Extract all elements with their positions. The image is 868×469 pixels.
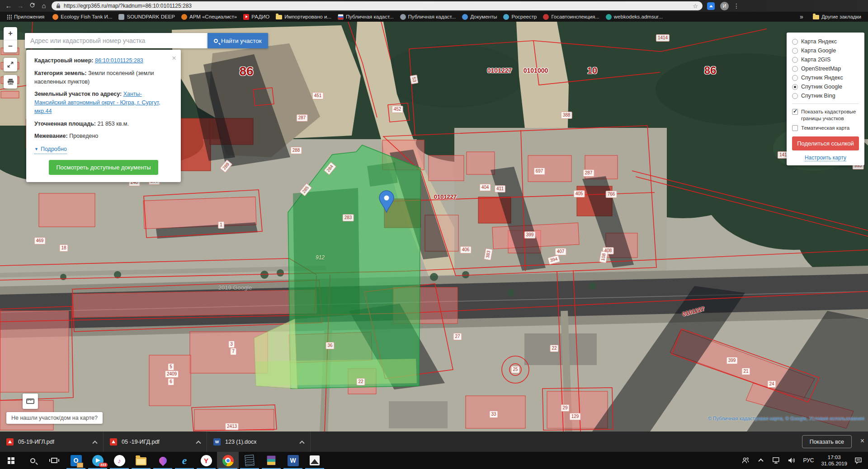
map-layer-option[interactable]: Карта Google: [792, 46, 859, 55]
bookmark-item[interactable]: Ecology Fish Tank И...: [49, 14, 115, 20]
notifications-icon[interactable]: [851, 452, 866, 469]
map-layer-checkbox[interactable]: Тематическая карта: [792, 123, 859, 133]
taskbar-internet-explorer[interactable]: e: [174, 452, 195, 469]
map-layer-option[interactable]: Карта 2GIS: [792, 55, 859, 64]
download-item[interactable]: 05 -19-ИГД.pdf: [104, 431, 207, 452]
bookmarks-overflow-icon[interactable]: »: [800, 13, 803, 20]
radio-icon: [792, 93, 798, 99]
google-watermark: 2019 Google: [218, 284, 252, 291]
find-parcel-button[interactable]: Найти участок: [208, 33, 268, 48]
configure-map-link[interactable]: Настроить карту: [792, 155, 859, 161]
bookmark-item[interactable]: Импортировано и...: [273, 14, 335, 19]
area-row: Уточненная площадь: 21 853 кв.м.: [34, 120, 173, 128]
close-icon[interactable]: ×: [172, 52, 176, 64]
measure-button[interactable]: [23, 394, 38, 409]
map-layer-option[interactable]: OpenStreetMap: [792, 64, 859, 73]
radio-icon: [792, 48, 798, 54]
profile-avatar[interactable]: И: [720, 2, 729, 10]
radio-icon: [792, 84, 798, 90]
network-icon[interactable]: [769, 452, 784, 469]
taskbar-outlook[interactable]: O: [65, 452, 87, 469]
address-bar[interactable]: https://egrp365.ru/map/?kadnum=86:10:010…: [52, 1, 703, 10]
taskbar-itunes[interactable]: ♪: [108, 452, 130, 469]
address-row: Земельный участок по адресу: Ханты-Манси…: [34, 90, 173, 115]
print-button[interactable]: [4, 75, 17, 89]
bookmark-favicon: [243, 14, 249, 20]
show-all-downloads-button[interactable]: Показать все: [802, 435, 852, 448]
language-indicator[interactable]: РУС: [799, 457, 817, 464]
zoom-in-button[interactable]: +: [4, 27, 17, 40]
not-found-tooltip[interactable]: Не нашли участок/дом на карте?: [6, 412, 103, 424]
close-downloads-icon[interactable]: ×: [860, 437, 864, 445]
start-button[interactable]: [0, 452, 22, 469]
forward-icon[interactable]: →: [14, 0, 26, 12]
map-layer-checkbox[interactable]: Показать кадастровые границы участков: [792, 107, 859, 123]
bookmark-item[interactable]: Публичная кадаст...: [335, 14, 397, 20]
pdf-file-icon: [6, 438, 14, 446]
apps-button[interactable]: Приложения: [4, 14, 47, 19]
details-link[interactable]: ▼ Подробно: [34, 145, 67, 154]
bookmark-star-icon[interactable]: ☆: [693, 3, 698, 9]
other-bookmarks-button[interactable]: Другие закладки: [810, 14, 864, 19]
expand-icon: [7, 61, 14, 68]
taskbar-explorer[interactable]: [130, 452, 152, 469]
search-input[interactable]: [25, 33, 208, 48]
bookmark-item[interactable]: Госавтоинспекция...: [540, 14, 602, 20]
back-icon[interactable]: ←: [3, 0, 14, 12]
browser-menu-icon[interactable]: ⋮: [733, 2, 740, 9]
parcel-info-panel: × Кадастровый номер: 86:10:0101125:283 К…: [26, 50, 181, 182]
bookmark-item[interactable]: webkodeks.admsur...: [603, 14, 666, 20]
word-icon: W: [288, 455, 299, 466]
bookmark-item[interactable]: РАДИО: [240, 14, 273, 20]
taskbar-photos[interactable]: [304, 452, 326, 469]
task-view-button[interactable]: [43, 452, 65, 469]
zoom-out-button[interactable]: −: [4, 40, 17, 52]
bookmark-item[interactable]: Росреестр: [500, 14, 540, 20]
taskbar-search-button[interactable]: [22, 452, 43, 469]
map-attribution[interactable]: © Публичная кадастровая карта, © Google,…: [708, 416, 864, 421]
map-layer-option[interactable]: Спутник Google: [792, 82, 859, 91]
taskbar-telegram[interactable]: 333: [87, 452, 108, 469]
bookmark-favicon: [503, 14, 509, 20]
system-tray: РУС 17:03 31.05.2019: [738, 452, 868, 469]
map-viewport[interactable]: 2942402964691814515345228728828928428528…: [0, 22, 868, 431]
bookmark-item[interactable]: SOUNDPARK DEEP: [115, 14, 178, 20]
map-layer-option[interactable]: Карта Яндекс: [792, 37, 859, 46]
folder-icon: [813, 15, 819, 19]
internet-explorer-icon: e: [182, 455, 187, 467]
cad-number-link[interactable]: 86:10:0101125:283: [95, 57, 143, 64]
tray-chevron-icon[interactable]: [753, 452, 769, 469]
download-item[interactable]: 05-19-ИГЛ.pdf: [0, 431, 104, 452]
download-item[interactable]: W123 (1).docx: [207, 431, 311, 452]
divider: [792, 103, 859, 104]
people-icon[interactable]: [738, 452, 753, 469]
taskbar-chrome[interactable]: [217, 452, 239, 469]
reload-icon[interactable]: [26, 0, 38, 12]
taskbar-winrar[interactable]: [260, 452, 282, 469]
taskbar-word[interactable]: W: [282, 452, 304, 469]
radio-icon: [792, 75, 798, 81]
taskbar-notepad[interactable]: [239, 452, 260, 469]
chevron-up-icon[interactable]: [299, 441, 304, 446]
bookmark-favicon: [543, 14, 549, 20]
extension-icon[interactable]: [707, 2, 715, 10]
volume-icon[interactable]: [784, 452, 799, 469]
bookmark-item[interactable]: Публичная кадаст...: [397, 14, 459, 20]
bookmark-item[interactable]: АРМ «Специалист»: [178, 14, 240, 20]
view-documents-button[interactable]: Посмотреть доступные документы: [49, 160, 158, 175]
search-icon: [214, 39, 218, 43]
map-layer-option[interactable]: Спутник Яндекс: [792, 73, 859, 82]
share-link-button[interactable]: Поделиться ссылкой: [792, 136, 859, 150]
chevron-up-icon[interactable]: [196, 441, 201, 446]
bookmark-item[interactable]: Документы: [459, 14, 500, 20]
home-icon[interactable]: ⌂: [38, 0, 50, 12]
map-layer-option[interactable]: Спутник Bing: [792, 91, 859, 100]
taskbar-yandex-maps[interactable]: [152, 452, 174, 469]
telegram-badge: 333: [99, 463, 108, 467]
taskbar-yandex-browser[interactable]: Y: [195, 452, 217, 469]
bookmark-favicon: [338, 14, 344, 20]
fullscreen-button[interactable]: [4, 58, 17, 71]
clock[interactable]: 17:03 31.05.2019: [817, 454, 851, 467]
chevron-up-icon[interactable]: [92, 441, 97, 446]
date: 31.05.2019: [821, 460, 847, 467]
